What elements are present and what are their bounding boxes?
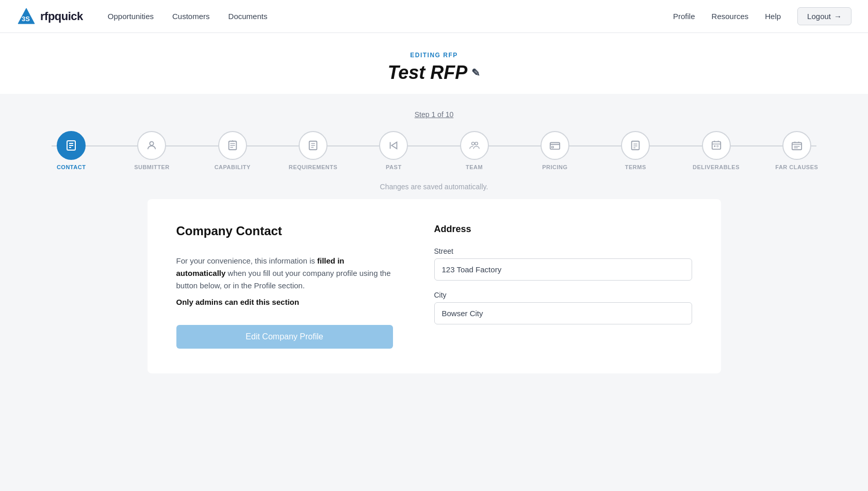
edit-title-icon[interactable]: ✎ (471, 67, 480, 79)
deliverables-icon (711, 140, 722, 151)
nav-profile[interactable]: Profile (673, 12, 695, 21)
step-far-clauses[interactable]: FAR CLAUSES (757, 131, 837, 170)
step-name-capability: CAPABILITY (215, 164, 251, 170)
contact-icon (65, 139, 77, 152)
step-name-submitter: SUBMITTER (134, 164, 170, 170)
logout-icon: → (834, 12, 842, 21)
rfp-title: Test RFP ✎ (0, 62, 868, 84)
capability-icon (227, 140, 238, 151)
stepper: CONTACT SUBMITTER (0, 131, 868, 170)
step-circle-past (379, 131, 408, 160)
content-inner: Company Contact For your convenience, th… (176, 224, 692, 349)
step-circle-submitter (137, 131, 166, 160)
right-column: Address Street City (434, 224, 692, 349)
logo-text: rfpquick (40, 10, 83, 23)
left-column: Company Contact For your convenience, th… (176, 224, 393, 349)
street-label: Street (434, 247, 692, 255)
past-icon (388, 140, 399, 151)
terms-icon (630, 140, 641, 151)
far-clauses-icon (791, 140, 803, 151)
step-past[interactable]: PAST (353, 131, 434, 170)
step-name-pricing: PRICING (542, 164, 567, 170)
step-pricing[interactable]: PRICING (515, 131, 595, 170)
step-submitter[interactable]: SUBMITTER (111, 131, 192, 170)
logo-icon: 3S (17, 7, 36, 26)
street-field-group: Street (434, 247, 692, 281)
street-input[interactable] (434, 258, 692, 281)
navbar: 3S rfpquick Opportunities Customers Docu… (0, 0, 868, 33)
edit-company-profile-button[interactable]: Edit Company Profile (176, 325, 393, 349)
pricing-icon (549, 140, 561, 151)
content-card: Company Contact For your convenience, th… (148, 199, 721, 373)
section-title: Company Contact (176, 224, 393, 238)
city-label: City (434, 291, 692, 299)
svg-rect-22 (632, 141, 640, 150)
city-input[interactable] (434, 302, 692, 324)
step-deliverables[interactable]: DELIVERABLES (676, 131, 756, 170)
step-name-deliverables: DELIVERABLES (693, 164, 740, 170)
logo[interactable]: 3S rfpquick (17, 7, 83, 26)
svg-rect-21 (552, 146, 554, 148)
svg-rect-30 (714, 145, 715, 147)
step-team[interactable]: TEAM (434, 131, 515, 170)
nav-help[interactable]: Help (765, 12, 781, 21)
info-paragraph: For your convenience, this information i… (176, 255, 393, 292)
step-circle-requirements (299, 131, 327, 160)
stepper-section: Step 1 of 10 CONTACT SU (0, 94, 868, 199)
step-circle-team (460, 131, 489, 160)
svg-rect-31 (716, 145, 718, 147)
nav-resources[interactable]: Resources (712, 12, 749, 21)
svg-rect-19 (550, 143, 560, 150)
content-section: Company Contact For your convenience, th… (135, 199, 733, 404)
svg-point-18 (475, 142, 478, 145)
info-text-1: For your convenience, this information i… (176, 256, 317, 265)
step-circle-capability (218, 131, 247, 160)
nav-documents[interactable]: Documents (228, 12, 268, 21)
svg-rect-26 (712, 142, 720, 150)
editing-label: EDITING RFP (0, 52, 868, 59)
nav-opportunities[interactable]: Opportunities (108, 12, 154, 21)
step-label: Step 1 of 10 (0, 110, 868, 119)
submitter-icon (146, 140, 157, 151)
step-name-contact: CONTACT (57, 164, 86, 170)
step-name-team: TEAM (466, 164, 483, 170)
address-title: Address (434, 224, 692, 235)
step-name-terms: TERMS (625, 164, 646, 170)
step-circle-contact (57, 131, 86, 160)
admin-note: Only admins can edit this section (176, 296, 393, 308)
step-name-requirements: REQUIREMENTS (289, 164, 338, 170)
admin-note-text: Only admins can edit this section (176, 298, 299, 306)
svg-point-6 (150, 142, 154, 145)
step-contact[interactable]: CONTACT (31, 131, 111, 170)
logout-label: Logout (807, 12, 831, 21)
svg-text:3S: 3S (22, 15, 30, 23)
autosave-note: Changes are saved automatically. (0, 183, 868, 191)
team-icon (469, 140, 480, 151)
city-field-group: City (434, 291, 692, 324)
page-header: EDITING RFP Test RFP ✎ (0, 33, 868, 94)
step-name-far-clauses: FAR CLAUSES (775, 164, 818, 170)
nav-right: Profile Resources Help Logout → (673, 7, 851, 25)
step-name-past: PAST (386, 164, 402, 170)
svg-point-17 (471, 142, 474, 145)
svg-marker-15 (392, 142, 397, 149)
logout-button[interactable]: Logout → (797, 7, 851, 25)
step-terms[interactable]: TERMS (595, 131, 676, 170)
step-capability[interactable]: CAPABILITY (192, 131, 273, 170)
rfp-title-text: Test RFP (388, 62, 468, 84)
step-circle-deliverables (702, 131, 731, 160)
requirements-icon (307, 140, 319, 151)
step-requirements[interactable]: REQUIREMENTS (273, 131, 353, 170)
nav-left: Opportunities Customers Documents (108, 12, 268, 21)
step-circle-pricing (541, 131, 569, 160)
step-circle-far-clauses (782, 131, 811, 160)
step-circle-terms (621, 131, 650, 160)
nav-customers[interactable]: Customers (172, 12, 210, 21)
